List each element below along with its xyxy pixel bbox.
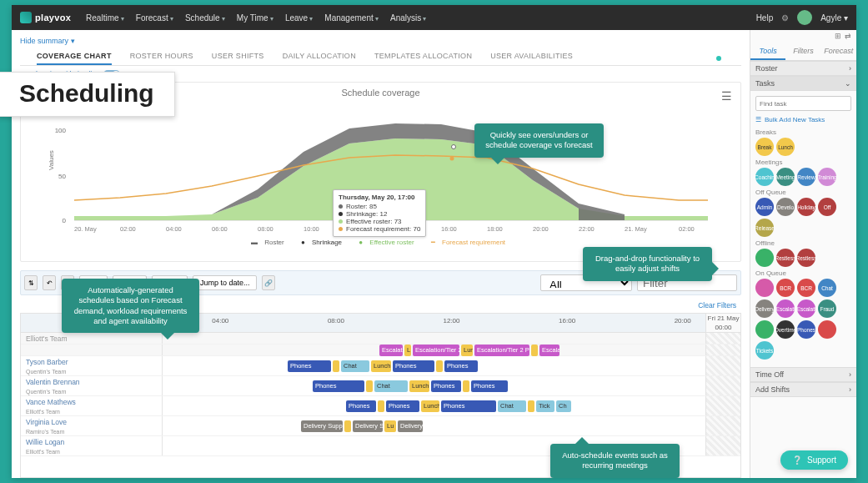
side-tab-filters[interactable]: Filters [785, 43, 820, 60]
task-pill[interactable]: BCR [797, 279, 815, 297]
gantt-user-row[interactable]: Vance MathewsElliott's TeamPhonesPhonesL… [21, 396, 740, 416]
shift-bar[interactable]: Phones [288, 360, 331, 372]
shift-bar[interactable]: Phones [393, 360, 434, 372]
gantt-team-row[interactable]: Elliott's Team [21, 333, 740, 345]
shift-bar[interactable]: Phones [444, 360, 478, 372]
tab-templates-allocation[interactable]: TEMPLATES ALLOCATION [374, 48, 472, 65]
shift-bar[interactable]: Chat [498, 400, 526, 412]
task-pill[interactable]: Phones [797, 320, 815, 339]
gantt-team-row[interactable]: EscalationLEscalation/Tier 2 PLunEscalat… [21, 345, 740, 356]
shift-bar[interactable] [378, 400, 384, 412]
brand-logo[interactable]: playvox [20, 12, 71, 23]
gantt-user-row[interactable]: Valentin BrennanQuentin's TeamPhonesChat… [21, 376, 740, 396]
side-collapse-icon[interactable]: ⇄ [845, 32, 851, 42]
acc-roster[interactable]: Roster› [750, 61, 856, 76]
task-pill[interactable]: Escalati [776, 299, 795, 318]
shift-bar[interactable]: Phones [386, 400, 419, 412]
shift-bar[interactable]: Lunch [409, 380, 429, 392]
nav-mytime[interactable]: My Time [237, 13, 273, 23]
link-icon[interactable]: 🔗 [262, 275, 275, 290]
task-pill[interactable]: Chat [818, 279, 836, 297]
shift-bar[interactable]: Tick [536, 400, 554, 412]
task-pill[interactable]: Delivery [755, 299, 774, 318]
side-tab-forecast[interactable]: Forecast [821, 43, 856, 60]
shift-bar[interactable]: Chat [341, 360, 369, 372]
clear-filters-link[interactable]: Clear Filters [698, 301, 736, 309]
acc-tasks[interactable]: Tasks⌄ [750, 76, 856, 91]
task-pill[interactable] [755, 279, 774, 297]
shift-bar[interactable]: Ch [556, 400, 571, 412]
task-pill[interactable]: Overtime [776, 320, 795, 339]
shift-bar[interactable]: Phones [431, 380, 461, 392]
acc-timeoff[interactable]: Time Off› [750, 367, 856, 382]
nav-analysis[interactable]: Analysis [390, 13, 426, 23]
task-pill[interactable]: Develo [776, 198, 795, 216]
shift-bar[interactable] [366, 380, 373, 392]
nav-realtime[interactable]: Realtime [86, 13, 124, 23]
tab-daily-allocation[interactable]: DAILY ALLOCATION [283, 48, 356, 65]
nav-management[interactable]: Management [324, 13, 379, 23]
shift-bar[interactable]: Phones [471, 380, 508, 392]
shift-bar[interactable] [344, 420, 351, 432]
task-pill[interactable]: Fraud [818, 299, 836, 318]
shift-bar[interactable] [463, 380, 469, 392]
nav-leave[interactable]: Leave [285, 13, 313, 23]
task-pill[interactable]: BCR [776, 279, 795, 297]
task-pill[interactable]: Admin [755, 198, 774, 216]
chart-menu-icon[interactable]: ☰ [721, 89, 732, 103]
gantt-user-row[interactable]: Tyson BarberQuentin's TeamPhonesChatLunc… [21, 356, 740, 376]
task-pill[interactable]: Off [818, 198, 836, 216]
shift-bar[interactable]: Phones [441, 400, 496, 412]
user-avatar[interactable] [797, 10, 812, 25]
task-pill[interactable]: Escalati [797, 299, 815, 318]
task-pill[interactable]: Meeting [776, 168, 795, 186]
gantt-user-row[interactable]: Virginia LoveRamiro's TeamDelivery Suppo… [21, 416, 740, 436]
shift-bar[interactable]: Phones [346, 400, 376, 412]
task-pill[interactable]: Restless [776, 249, 795, 267]
nav-schedule[interactable]: Schedule [185, 13, 225, 23]
task-pill[interactable]: Lunch [776, 138, 795, 156]
task-pill[interactable]: Review [797, 168, 815, 186]
nav-user-menu[interactable]: Agyle ▾ [820, 13, 848, 23]
task-pill[interactable]: Holiday [797, 198, 815, 216]
shift-bar[interactable]: Lu [384, 420, 396, 432]
task-pill[interactable]: Coachin [755, 168, 774, 186]
toolbar-sort-icon[interactable]: ⇅ [24, 275, 38, 290]
bulk-add-link[interactable]: ☰Bulk Add New Tasks [755, 116, 851, 123]
shift-bar[interactable]: L [404, 345, 411, 356]
shift-bar[interactable] [528, 400, 534, 412]
find-task-input[interactable] [755, 96, 851, 111]
acc-addshifts[interactable]: Add Shifts› [750, 382, 856, 397]
hide-summary-link[interactable]: Hide summary ▾ [20, 37, 741, 45]
task-pill[interactable]: Restless [797, 249, 815, 267]
task-pill[interactable] [818, 320, 836, 339]
nav-forecast[interactable]: Forecast [136, 13, 173, 23]
tab-user-availabilities[interactable]: USER AVAILABILITIES [490, 48, 573, 65]
tab-roster-hours[interactable]: ROSTER HOURS [130, 48, 193, 65]
task-pill[interactable] [755, 320, 774, 339]
shift-bar[interactable]: Escala [539, 345, 559, 356]
shift-bar[interactable]: Delivery Su [353, 420, 383, 432]
task-pill[interactable]: Release [755, 219, 774, 237]
tab-user-shifts[interactable]: USER SHIFTS [212, 48, 264, 65]
shift-bar[interactable]: Escalation [379, 345, 403, 356]
support-button[interactable]: ❔ Support [780, 450, 848, 470]
side-plus-icon[interactable]: ⊞ [835, 32, 841, 42]
nav-help[interactable]: Help [756, 13, 774, 23]
task-pill[interactable]: Training [818, 168, 836, 186]
shift-bar[interactable] [333, 360, 339, 372]
shift-bar[interactable]: Delivery Support [301, 420, 343, 432]
shift-bar[interactable]: Escalation/Tier 2 Phones [474, 345, 529, 356]
shift-bar[interactable]: Lun [461, 345, 473, 356]
shift-bar[interactable] [531, 345, 538, 356]
shift-bar[interactable]: Chat [374, 380, 408, 392]
settings-gear-icon[interactable]: ⚙ [781, 13, 789, 23]
tab-coverage-chart[interactable]: COVERAGE CHART [37, 48, 112, 65]
jump-to-date[interactable]: Jump to date... [193, 275, 258, 290]
shift-bar[interactable]: Lunch [421, 400, 439, 412]
side-tab-tools[interactable]: Tools [750, 43, 785, 60]
shift-bar[interactable]: Phones [313, 380, 364, 392]
task-pill[interactable] [755, 249, 774, 267]
shift-bar[interactable]: Escalation/Tier 2 P [413, 345, 459, 356]
task-pill[interactable]: Tickets [755, 341, 774, 360]
